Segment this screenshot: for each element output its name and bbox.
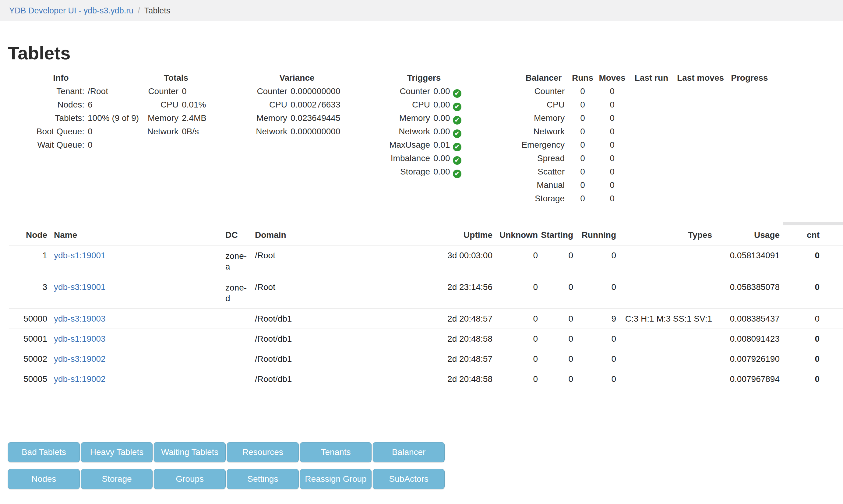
balancer-label: Counter (469, 85, 564, 98)
trigger-value: 0.00 (433, 98, 450, 111)
trigger-label: CPU (344, 98, 430, 111)
table-header-row: Node Name DC Domain Uptime Unknown Start… (9, 226, 843, 245)
cell-node: 50000 (9, 309, 47, 329)
action-button-row-1: Bad Tablets Heavy Tablets Waiting Tablet… (8, 442, 445, 462)
totals-label: Memory (131, 111, 178, 125)
subactors-button[interactable]: SubActors (373, 469, 445, 489)
trigger-value: 0.00 (433, 165, 450, 178)
balancer-runs: 0 (564, 165, 600, 178)
cell-domain: /Root/db1 (253, 349, 335, 369)
balancer-row: Memory00 (469, 111, 624, 125)
balancer-runs: 0 (564, 125, 600, 138)
triggers-header: Triggers (407, 71, 441, 85)
info-value: 6 (88, 98, 93, 111)
balancer-col-runs: Runs (572, 71, 593, 85)
balancer-row: Counter00 (469, 85, 624, 98)
info-header: Info (53, 71, 69, 85)
cell-usage: 0.008385437 (712, 309, 779, 329)
cell-domain: /Root/db1 (253, 369, 335, 389)
cell-running: 9 (573, 309, 616, 329)
cell-types (616, 277, 712, 309)
info-row: Boot Queue:0 (18, 125, 139, 138)
nodes-button[interactable]: Nodes (8, 469, 80, 489)
trigger-value: 0.01 (433, 138, 450, 152)
cnt-column-scrollbar[interactable] (783, 222, 843, 226)
cell-dc (222, 309, 253, 329)
resources-button[interactable]: Resources (227, 442, 299, 462)
balancer-moves: 0 (600, 152, 624, 165)
reassign-group-button[interactable]: Reassign Group (300, 469, 372, 489)
totals-group: Counter0 CPU0.01% Memory2.4MB Network0B/… (131, 85, 207, 138)
trigger-row: Network0.00✔ (344, 125, 461, 138)
cell-domain: /Root (253, 277, 335, 309)
cell-unknown: 0 (492, 245, 538, 277)
balancer-row: CPU00 (469, 98, 624, 111)
cell-unknown: 0 (492, 309, 538, 329)
col-header-uptime: Uptime (335, 226, 492, 245)
node-link[interactable]: ydb-s1:19001 (54, 251, 106, 260)
col-header-node: Node (9, 226, 47, 245)
cell-node: 50002 (9, 349, 47, 369)
balancer-label: Memory (469, 111, 564, 125)
breadcrumb-root-link[interactable]: YDB Developer UI - ydb-s3.ydb.ru (9, 6, 133, 15)
trigger-label: MaxUsage (344, 138, 430, 152)
tenants-button[interactable]: Tenants (300, 442, 372, 462)
totals-label: Counter (131, 85, 178, 98)
cell-node: 1 (9, 245, 47, 277)
cell-dc (222, 349, 253, 369)
trigger-value: 0.00 (433, 111, 450, 125)
variance-row: CPU0.000276633 (229, 98, 340, 111)
balancer-col-moves: Moves (599, 71, 625, 85)
info-label: Boot Queue: (18, 125, 84, 138)
trigger-label: Storage (344, 165, 430, 178)
cell-dc: zone-a (222, 245, 253, 277)
balancer-runs: 0 (564, 98, 600, 111)
col-header-types: Types (616, 226, 712, 245)
heavy-tablets-button[interactable]: Heavy Tablets (81, 442, 153, 462)
balancer-moves: 0 (600, 138, 624, 152)
col-header-running: Running (573, 226, 616, 245)
node-link[interactable]: ydb-s3:19003 (54, 314, 106, 323)
info-label: Nodes: (18, 98, 84, 111)
info-row: Tablets:100% (9 of 9) (18, 111, 139, 125)
totals-row: CPU0.01% (131, 98, 207, 111)
cell-name: ydb-s3:19003 (47, 309, 222, 329)
tablets-table: Node Name DC Domain Uptime Unknown Start… (9, 226, 843, 389)
node-link[interactable]: ydb-s1:19003 (54, 334, 106, 343)
cell-node: 3 (9, 277, 47, 309)
triggers-group: Counter0.00✔ CPU0.00✔ Memory0.00✔ Networ… (344, 85, 461, 178)
balancer-col-progress: Progress (731, 71, 768, 85)
settings-button[interactable]: Settings (227, 469, 299, 489)
cell-name: ydb-s1:19001 (47, 245, 222, 277)
trigger-label: Counter (344, 85, 430, 98)
page-title: Tablets (8, 43, 71, 64)
totals-value: 0 (182, 85, 187, 98)
balancer-header: Balancer (526, 71, 561, 85)
cell-starting: 0 (538, 329, 573, 349)
trigger-row: Storage0.00✔ (344, 165, 461, 178)
balancer-runs: 0 (564, 111, 600, 125)
bad-tablets-button[interactable]: Bad Tablets (8, 442, 80, 462)
groups-button[interactable]: Groups (154, 469, 226, 489)
cell-name: ydb-s3:19001 (47, 277, 222, 309)
node-link[interactable]: ydb-s1:19002 (54, 374, 106, 384)
cell-types: C:3 H:1 M:3 SS:1 SV:1 (616, 309, 712, 329)
totals-label: CPU (131, 98, 178, 111)
waiting-tablets-button[interactable]: Waiting Tablets (154, 442, 226, 462)
ok-check-icon: ✔ (453, 103, 461, 111)
table-row: 1 ydb-s1:19001 zone-a /Root 3d 00:03:00 … (9, 245, 843, 277)
trigger-row: MaxUsage0.01✔ (344, 138, 461, 152)
cell-cnt: 0 (779, 309, 820, 329)
cell-node: 50005 (9, 369, 47, 389)
totals-value: 0B/s (182, 125, 199, 138)
node-link[interactable]: ydb-s3:19002 (54, 354, 106, 364)
cell-uptime: 2d 23:14:56 (335, 277, 492, 309)
node-link[interactable]: ydb-s3:19001 (54, 282, 106, 292)
trigger-row: Counter0.00✔ (344, 85, 461, 98)
storage-button[interactable]: Storage (81, 469, 153, 489)
cell-domain: /Root/db1 (253, 309, 335, 329)
balancer-button[interactable]: Balancer (373, 442, 445, 462)
totals-row: Network0B/s (131, 125, 207, 138)
cell-domain: /Root (253, 245, 335, 277)
balancer-group: Counter00 CPU00 Memory00 Network00 Emerg… (469, 85, 624, 205)
